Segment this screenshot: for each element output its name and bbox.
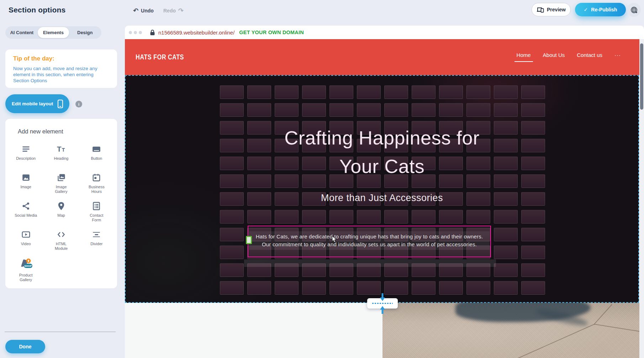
- heading-icon: TT: [56, 144, 66, 154]
- selection-drag-handle[interactable]: [246, 236, 252, 244]
- divider-icon: [91, 230, 101, 239]
- tab-ai-content[interactable]: AI Content: [6, 27, 38, 38]
- check-icon: ✓: [584, 7, 588, 12]
- hero-tile: [302, 210, 326, 223]
- hero-subtitle[interactable]: More than Just Accessories: [126, 193, 638, 204]
- hero-tile: [521, 103, 545, 117]
- nav-more-button[interactable]: ···: [614, 52, 621, 58]
- svg-text:T: T: [57, 145, 62, 153]
- republish-button[interactable]: ✓ Re-Publish: [575, 3, 626, 16]
- hero-tile: [384, 103, 408, 117]
- site-logo[interactable]: HATS FOR CATS: [136, 53, 184, 61]
- nav-contact-us[interactable]: Contact us: [577, 52, 602, 58]
- next-section-white[interactable]: [125, 303, 382, 358]
- button-icon: [91, 144, 101, 154]
- hero-tile: [384, 281, 408, 295]
- nav-home[interactable]: Home: [517, 52, 531, 58]
- nav-about-us[interactable]: About Us: [543, 52, 565, 58]
- element-contact-form[interactable]: Contact Form: [79, 198, 114, 227]
- info-button[interactable]: i: [75, 101, 82, 107]
- preview-label: Preview: [547, 7, 566, 12]
- hero-tile: [494, 263, 518, 277]
- browser-dot: [134, 31, 137, 34]
- hero-tile: [247, 103, 271, 117]
- sidebar-divider: [5, 332, 116, 332]
- hero-title-line2[interactable]: Your Cats: [126, 155, 638, 177]
- done-button[interactable]: Done: [5, 340, 45, 353]
- tip-body: Now you can add, move and resize any ele…: [13, 65, 106, 84]
- tab-design[interactable]: Design: [69, 27, 101, 38]
- element-product-gallery[interactable]: SHOP Product Gallery: [8, 255, 43, 284]
- element-map[interactable]: Map: [43, 198, 79, 227]
- add-element-panel: Add new element Description TT Heading B…: [5, 119, 117, 288]
- element-html-module[interactable]: HTML Module: [43, 227, 79, 255]
- hero-tile: [521, 281, 545, 295]
- republish-label: Re-Publish: [591, 7, 617, 12]
- hero-tile: [357, 281, 381, 295]
- section-resize-handle[interactable]: [367, 298, 398, 309]
- hero-tile: [439, 85, 463, 99]
- browser-chrome: n1566589.websitebuilder.online/ GET YOUR…: [125, 26, 644, 39]
- element-video[interactable]: Video: [8, 227, 43, 255]
- element-heading[interactable]: TT Heading: [43, 141, 79, 170]
- element-social-media[interactable]: Social Media: [8, 198, 43, 227]
- hero-tile: [220, 85, 244, 99]
- redo-button[interactable]: Redo ↷: [163, 7, 184, 14]
- resize-dashes: [372, 303, 393, 304]
- video-icon: [21, 230, 31, 239]
- svg-text:T: T: [62, 147, 65, 153]
- phone-icon: [57, 99, 63, 109]
- hero-title-line1[interactable]: Crafting Happiness for: [126, 127, 638, 149]
- element-description[interactable]: Description: [8, 141, 43, 170]
- devices-icon: [537, 6, 544, 13]
- hero-paragraph[interactable]: Hats for Cats, we are dedicated to craft…: [250, 233, 488, 248]
- language-globe-button[interactable]: [627, 3, 641, 17]
- hero-tile: [494, 228, 518, 241]
- html-module-icon: [56, 230, 66, 239]
- tip-title: Tip of the day:: [13, 55, 109, 62]
- undo-button[interactable]: ↶ Undo: [133, 7, 154, 14]
- hero-tile: [357, 210, 381, 223]
- globe-icon: [630, 6, 638, 14]
- hero-tile: [220, 246, 244, 259]
- hero-tile: [302, 281, 326, 295]
- hero-tile: [220, 210, 244, 223]
- get-domain-link[interactable]: GET YOUR OWN DOMAIN: [239, 30, 304, 35]
- map-icon: [56, 201, 66, 211]
- hero-tile: [439, 281, 463, 295]
- site-url[interactable]: n1566589.websitebuilder.online/: [158, 30, 234, 36]
- hero-tile: [494, 246, 518, 259]
- hero-paragraph-line1: Hats for Cats, we are dedicated to craft…: [250, 233, 488, 241]
- selected-paragraph-element[interactable]: Hats for Cats, we are dedicated to craft…: [248, 226, 491, 257]
- hero-tile: [466, 85, 490, 99]
- element-hover-band: [244, 259, 496, 267]
- browser-dots: [129, 31, 142, 34]
- add-panel-title: Add new element: [18, 128, 114, 135]
- element-business-hours[interactable]: Business Hours: [79, 170, 114, 198]
- hero-tile: [439, 103, 463, 117]
- hero-tile: [247, 85, 271, 99]
- hero-tile: [412, 85, 436, 99]
- element-button[interactable]: Button: [79, 141, 114, 170]
- tile-grout-line: [518, 324, 595, 358]
- hero-paragraph-line2: Our commitment to quality and individual…: [250, 241, 488, 248]
- hero-tile: [220, 263, 244, 277]
- element-image[interactable]: Image: [8, 170, 43, 198]
- element-image-gallery[interactable]: Image Gallery: [43, 170, 79, 198]
- hero-tile: [275, 85, 299, 99]
- tab-elements[interactable]: Elements: [38, 27, 69, 38]
- preview-scrollbar: [639, 39, 644, 358]
- hero-section[interactable]: Crafting Happiness for Your Cats More th…: [125, 75, 639, 303]
- preview-scrollbar-thumb[interactable]: [640, 43, 643, 110]
- hero-tile: [275, 210, 299, 223]
- hero-tile: [494, 281, 518, 295]
- hero-tile: [466, 103, 490, 117]
- hero-tile: [329, 210, 353, 223]
- preview-button[interactable]: Preview: [532, 3, 571, 16]
- edit-mobile-layout-button[interactable]: Edit mobile layout: [5, 94, 69, 113]
- next-section-carpet-image[interactable]: [382, 303, 639, 358]
- browser-dot: [139, 31, 142, 34]
- hero-tile: [466, 210, 490, 223]
- element-divider[interactable]: Divider: [79, 227, 114, 255]
- hero-tile: [384, 210, 408, 223]
